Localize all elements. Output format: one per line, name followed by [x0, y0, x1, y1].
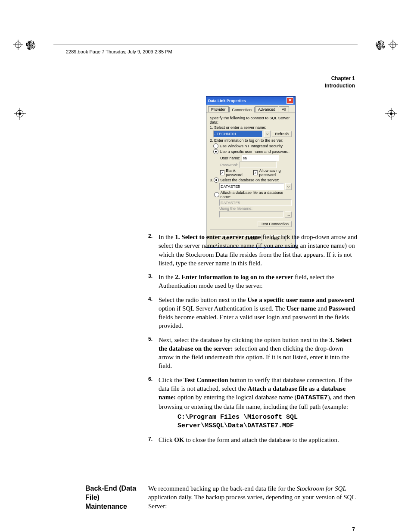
- radio-attach-db[interactable]: [214, 192, 219, 197]
- refresh-button[interactable]: Refresh: [272, 131, 292, 137]
- registration-mark-icon: [13, 40, 23, 50]
- code-path: C:\Program Files \Microsoft SQL Server\M…: [177, 413, 357, 431]
- test-connection-button[interactable]: Test Connection: [258, 221, 292, 227]
- tab-connection[interactable]: Connection: [229, 107, 255, 112]
- chapter-heading: Chapter 1 Introduction: [325, 75, 355, 90]
- blank-password-label: Blank password: [226, 168, 249, 177]
- step1-label: 1. Select or enter a server name:: [210, 125, 292, 130]
- server-name-value: JTECHNT01: [215, 132, 237, 136]
- password-field: [240, 162, 277, 168]
- radial-mark-icon: [26, 40, 35, 50]
- radio-specific-user[interactable]: [213, 149, 218, 154]
- header-rule: [53, 44, 358, 44]
- dialog-title: Data Link Properties: [208, 99, 246, 103]
- filename-label: Using the filename:: [219, 206, 252, 211]
- radio-specific-label: Use a specific user name and password:: [220, 149, 290, 154]
- tab-all[interactable]: All: [279, 106, 289, 112]
- attach-db-name-field: [219, 199, 292, 206]
- tab-advanced[interactable]: Advanced: [255, 106, 278, 112]
- allow-save-label: Allow saving password: [259, 168, 292, 177]
- registration-mark-icon: [388, 40, 398, 50]
- chevron-down-icon[interactable]: [285, 183, 292, 190]
- radio-nt-security[interactable]: [213, 143, 218, 149]
- dialog-intro: Specify the following to connect to SQL …: [210, 116, 292, 124]
- registration-mark-icon: [14, 108, 26, 120]
- step-4: Select the radio button next to the Use …: [148, 296, 357, 330]
- dialog-titlebar: Data Link Properties ✕: [206, 96, 295, 105]
- filename-field: [219, 211, 283, 218]
- step-5: Next, select the database by clicking th…: [148, 336, 357, 370]
- dialog-tabs: Provider Connection Advanced All: [206, 105, 295, 112]
- chapter-line1: Chapter 1: [325, 75, 355, 82]
- password-label: Password:: [220, 163, 238, 167]
- server-name-combo[interactable]: JTECHNT01: [213, 131, 263, 137]
- tab-provider[interactable]: Provider: [208, 106, 229, 112]
- blank-password-checkbox[interactable]: ✓: [220, 170, 224, 175]
- database-value: DATASTE5: [221, 184, 240, 189]
- radio-select-db[interactable]: [214, 177, 219, 183]
- radial-mark-icon: [376, 40, 385, 50]
- step-6: Click the Test Connection button to veri…: [148, 376, 357, 431]
- chevron-down-icon[interactable]: [264, 131, 271, 137]
- step-7: Click OK to close the form and attach th…: [148, 436, 357, 444]
- step-2: In the 1. Select to enter a server name …: [148, 233, 357, 268]
- data-link-properties-dialog: Data Link Properties ✕ Provider Connecti…: [206, 96, 296, 248]
- database-combo[interactable]: DATASTE5: [219, 183, 284, 190]
- body-content: In the 1. Select to enter a server name …: [148, 233, 357, 449]
- registration-mark-icon: [385, 108, 397, 120]
- allow-save-checkbox[interactable]: ✓: [253, 170, 258, 175]
- username-label: User name:: [220, 156, 240, 160]
- radio-nt-label: Use Windows NT Integrated security: [220, 144, 283, 148]
- chapter-line2: Introduction: [325, 82, 355, 90]
- attach-label: Attach a database file as a database nam…: [221, 190, 292, 199]
- step2-label: 2. Enter information to log on to the se…: [210, 138, 292, 143]
- browse-button: ...: [285, 212, 292, 218]
- step-3: In the 2. Enter information to log on to…: [148, 273, 357, 290]
- step3-label: Select the database on the server:: [220, 178, 279, 182]
- header-meta: 2289.book Page 7 Thursday, July 9, 2009 …: [66, 49, 172, 54]
- side-heading: Back-End (Data File) Maintenance: [85, 484, 137, 511]
- username-field[interactable]: [242, 155, 279, 161]
- close-icon[interactable]: ✕: [286, 97, 293, 104]
- maintenance-paragraph: We recommend backing up the back-end dat…: [148, 484, 357, 510]
